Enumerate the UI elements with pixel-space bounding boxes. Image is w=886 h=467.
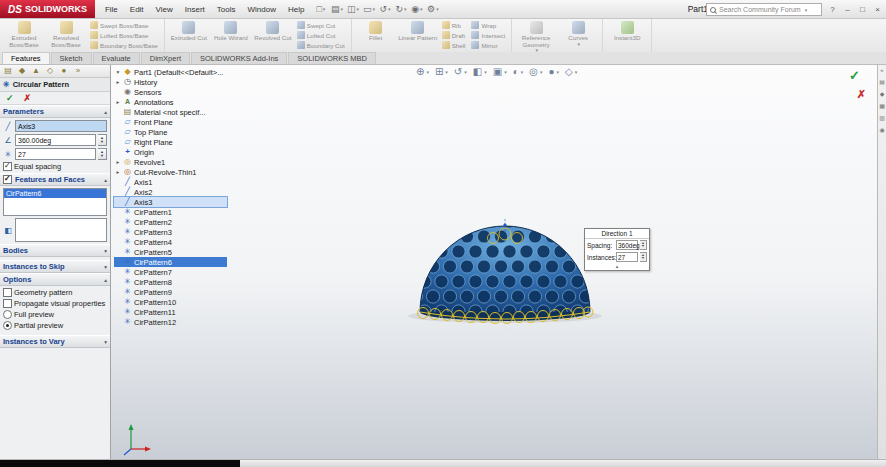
equal-spacing-checkbox[interactable] — [3, 162, 12, 171]
spacing-spinner[interactable]: ▲▼ — [640, 240, 647, 250]
minimize-icon[interactable]: – — [841, 3, 854, 15]
expand-arrow-icon[interactable]: ▸ — [115, 79, 121, 85]
property-manager-tab-icon[interactable]: ◆ — [17, 66, 27, 75]
propagate-visual-properties-checkbox[interactable] — [3, 299, 12, 308]
ok-button[interactable]: ✓ — [6, 93, 14, 103]
features-section-header[interactable]: Features and Faces▴ — [0, 173, 110, 186]
instance-count-spinner[interactable]: ▲▼ — [98, 148, 107, 160]
tree-item[interactable]: Axis2 — [114, 187, 227, 197]
direction1-callout[interactable]: Direction 1 Spacing: 360deg ▲▼ Instances… — [584, 228, 650, 271]
tree-item[interactable]: Origin — [114, 147, 227, 157]
instances-spinner[interactable]: ▲▼ — [640, 252, 647, 262]
collapse-taskpane-icon[interactable]: « — [880, 67, 883, 73]
instances-to-vary-section-header[interactable]: Instances to Vary▾ — [0, 335, 110, 348]
instance-count-field[interactable]: 27 — [15, 148, 96, 160]
options-section-header[interactable]: Options▴ — [0, 273, 110, 286]
rebuild-icon[interactable]: ◉▾ — [409, 2, 424, 16]
lofted-boss-button[interactable]: Lofted Boss/Base — [90, 31, 158, 39]
tree-item[interactable]: CirPattern5 — [114, 247, 227, 257]
redo-icon[interactable]: ↻▾ — [393, 2, 408, 16]
command-tab[interactable]: Features — [2, 52, 50, 64]
tree-item[interactable]: Axis3 — [114, 197, 227, 207]
boundary-boss-button[interactable]: Boundary Boss/Base — [90, 41, 158, 49]
tree-item[interactable]: CirPattern7 — [114, 267, 227, 277]
extruded-boss-button[interactable]: Extruded Boss/Base — [4, 20, 44, 50]
view-orientation-icon[interactable]: ▣▾ — [493, 66, 507, 77]
open-icon[interactable]: ▤▾ — [329, 2, 344, 16]
tree-item[interactable]: CirPattern11 — [114, 307, 227, 317]
close-icon[interactable]: × — [871, 3, 884, 15]
print-icon[interactable]: ▭▾ — [361, 2, 376, 16]
resources-icon[interactable]: ▤ — [879, 78, 885, 85]
extruded-cut-button[interactable]: Extruded Cut — [169, 20, 209, 50]
zoom-fit-icon[interactable]: ⊕▾ — [416, 66, 429, 77]
boundary-cut-button[interactable]: Boundary Cut — [297, 41, 345, 49]
tree-item[interactable]: CirPattern6 — [114, 257, 227, 267]
swept-cut-button[interactable]: Swept Cut — [297, 21, 345, 29]
shell-button[interactable]: Shell — [442, 41, 466, 49]
menu-item[interactable]: Window — [242, 3, 282, 16]
instances-field[interactable]: 27 — [616, 252, 638, 262]
tree-item[interactable]: Right Plane — [114, 137, 227, 147]
angle-field[interactable]: 360.00deg — [15, 134, 96, 146]
file-explorer-icon[interactable]: ▦ — [879, 102, 885, 109]
design-library-icon[interactable]: ◆ — [880, 90, 885, 97]
reference-geometry-button[interactable]: Reference Geometry▾ — [516, 20, 556, 50]
tree-item[interactable]: ▸ History — [114, 77, 227, 87]
wrap-button[interactable]: Wrap — [471, 21, 505, 29]
menu-item[interactable]: Edit — [124, 3, 150, 16]
linear-pattern-button[interactable]: Linear Pattern — [398, 20, 438, 50]
help-icon[interactable]: ? — [826, 3, 839, 15]
expand-tabs-icon[interactable]: » — [73, 66, 83, 75]
confirm-cancel-button[interactable]: ✗ — [857, 88, 866, 101]
tree-item[interactable]: CirPattern10 — [114, 297, 227, 307]
restore-icon[interactable]: □ — [856, 3, 869, 15]
revolved-boss-button[interactable]: Revolved Boss/Base — [46, 20, 86, 50]
expand-arrow-icon[interactable]: ▸ — [115, 169, 121, 175]
tree-item[interactable]: CirPattern9 — [114, 287, 227, 297]
tree-item[interactable]: ▸ Annotations — [114, 97, 227, 107]
command-tab[interactable]: SOLIDWORKS MBD — [288, 52, 376, 64]
partial-preview-radio[interactable] — [3, 321, 12, 330]
callout-collapse-icon[interactable]: ▴ — [585, 263, 649, 270]
pattern-axis-field[interactable]: Axis3 — [15, 120, 107, 132]
appearances-icon[interactable]: ●▾ — [548, 66, 559, 77]
tree-item[interactable]: ▸ Cut-Revolve-Thin1 — [114, 167, 227, 177]
curves-button[interactable]: Curves▾ — [558, 20, 598, 50]
confirm-ok-button[interactable]: ✓ — [849, 68, 860, 83]
tree-item[interactable]: ▾ Part1 (Default<<Default>... — [114, 67, 227, 77]
expand-arrow-icon[interactable]: ▾ — [115, 69, 121, 75]
undo-icon[interactable]: ↺▾ — [377, 2, 392, 16]
swept-boss-button[interactable]: Swept Boss/Base — [90, 21, 158, 29]
tree-item[interactable]: Front Plane — [114, 117, 227, 127]
tree-item[interactable]: Top Plane — [114, 127, 227, 137]
menu-item[interactable]: Help — [282, 3, 310, 16]
expand-arrow-icon[interactable]: ▸ — [115, 99, 121, 105]
intersect-button[interactable]: Intersect — [471, 31, 505, 39]
mirror-button[interactable]: Mirror — [471, 41, 505, 49]
dimxpert-manager-tab-icon[interactable]: ◇ — [45, 66, 55, 75]
expand-arrow-icon[interactable]: ▸ — [115, 159, 121, 165]
tree-item[interactable]: ▸ Revolve1 — [114, 157, 227, 167]
menu-item[interactable]: Tools — [211, 3, 242, 16]
full-preview-radio[interactable] — [3, 310, 12, 319]
zoom-area-icon[interactable]: ⊞▾ — [435, 66, 448, 77]
fillet-button[interactable]: Fillet — [356, 20, 396, 50]
tree-item[interactable]: Material <not specif... — [114, 107, 227, 117]
save-icon[interactable]: ◫▾ — [345, 2, 360, 16]
tree-item[interactable]: CirPattern8 — [114, 277, 227, 287]
selected-feature-item[interactable]: CirPattern6 — [4, 189, 106, 198]
graphics-viewport[interactable]: ⊕▾ ⊞▾ ↺▾ ◧▾ ▣▾ ◐▾ ◎▾ ●▾ ◇▾ ✓ ✗ — [110, 64, 878, 460]
command-tab[interactable]: Evaluate — [93, 52, 140, 64]
instances-to-skip-section-header[interactable]: Instances to Skip▾ — [0, 260, 110, 273]
parameters-section-header[interactable]: Parameters▴ — [0, 105, 110, 118]
section-view-icon[interactable]: ◧▾ — [473, 66, 487, 77]
hide-show-icon[interactable]: ◎▾ — [529, 66, 542, 77]
appearances-panel-icon[interactable]: ◉ — [879, 126, 884, 133]
display-manager-tab-icon[interactable]: ● — [59, 66, 69, 75]
lofted-cut-button[interactable]: Lofted Cut — [297, 31, 345, 39]
menu-item[interactable]: Insert — [179, 3, 211, 16]
scene-icon[interactable]: ◇▾ — [565, 66, 577, 77]
tree-item[interactable]: Axis1 — [114, 177, 227, 187]
geometry-pattern-checkbox[interactable] — [3, 288, 12, 297]
